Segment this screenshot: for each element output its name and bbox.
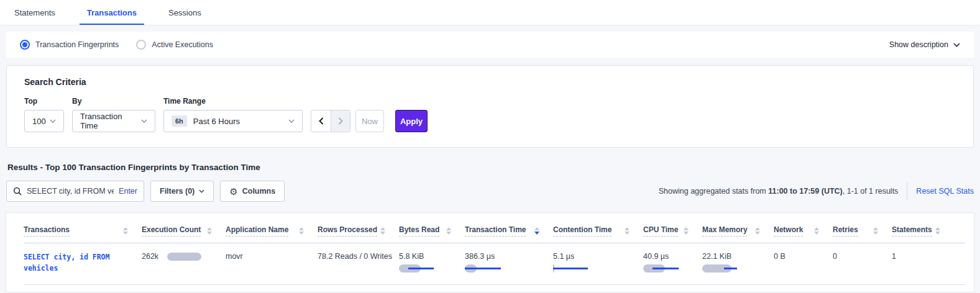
cell-execution-count: 262k	[142, 252, 226, 261]
column-header-rows-processed[interactable]: Rows Processed	[318, 225, 399, 237]
page-tabbar: Statements Transactions Sessions	[0, 0, 980, 25]
column-header-contention-time[interactable]: Contention Time	[553, 225, 643, 237]
show-description-toggle[interactable]: Show description	[889, 40, 960, 49]
chevron-down-icon	[199, 189, 204, 193]
column-header-statements[interactable]: Statements	[892, 225, 954, 237]
gear-icon: ⚙	[229, 187, 237, 196]
vertical-divider	[907, 183, 907, 200]
chevron-down-icon	[141, 119, 147, 123]
table-header-row: Transactions Execution Count Application…	[24, 213, 965, 243]
sort-icon[interactable]	[873, 225, 878, 235]
by-select[interactable]: Transaction Time	[72, 110, 155, 132]
chevron-down-icon	[288, 119, 295, 123]
by-field: By Transaction Time	[72, 97, 155, 132]
reset-sql-stats-link[interactable]: Reset SQL Stats	[916, 187, 974, 196]
search-criteria-panel: Search Criteria Top 100 By Transaction T…	[6, 65, 974, 148]
top-select[interactable]: 100	[24, 110, 64, 132]
cell-bytes-read: 5.8 KiB	[399, 252, 465, 273]
filters-button[interactable]: Filters (0)	[150, 181, 214, 202]
now-button[interactable]: Now	[355, 110, 384, 132]
time-range-prev-button[interactable]	[311, 110, 331, 132]
time-range-select[interactable]: 6h Past 6 Hours	[163, 110, 303, 132]
search-input[interactable]: SELECT city, id FROM vehicles W Enter	[6, 181, 144, 202]
radio-unselected-icon	[136, 40, 146, 50]
transaction-time-bar	[465, 264, 503, 273]
sort-icon[interactable]	[814, 225, 819, 235]
view-toggle-panel: Transaction Fingerprints Active Executio…	[6, 32, 974, 58]
time-range-field: Time Range 6h Past 6 Hours	[163, 97, 303, 132]
results-controls-row: SELECT city, id FROM vehicles W Enter Fi…	[6, 181, 974, 202]
column-header-application-name[interactable]: Application Name	[226, 225, 318, 237]
time-range-nav-group	[311, 110, 350, 132]
column-header-transaction-time[interactable]: Transaction Time	[465, 225, 553, 237]
column-header-cpu-time[interactable]: CPU Time	[643, 225, 702, 237]
radio-active-executions-label: Active Executions	[152, 40, 213, 49]
columns-button[interactable]: ⚙ Columns	[220, 181, 285, 202]
radio-transaction-fingerprints[interactable]: Transaction Fingerprints	[20, 40, 119, 50]
sort-icon-active-desc[interactable]	[534, 225, 539, 235]
column-header-max-memory[interactable]: Max Memory	[702, 225, 774, 237]
apply-button[interactable]: Apply	[395, 110, 428, 132]
aggregated-stats-text: Showing aggregated stats from 11:00 to 1…	[659, 187, 899, 196]
radio-selected-icon	[20, 40, 30, 50]
sort-icon[interactable]	[684, 225, 689, 235]
cpu-time-bar	[643, 264, 682, 273]
execution-count-bar	[167, 253, 201, 261]
search-criteria-form: Top 100 By Transaction Time Time Range 6	[24, 97, 956, 132]
column-header-execution-count[interactable]: Execution Count	[142, 225, 226, 237]
transactions-table: Transactions Execution Count Application…	[6, 213, 974, 292]
cell-network: 0 B	[774, 252, 833, 261]
cell-retries: 0	[833, 252, 892, 261]
cell-rows-processed: 78.2 Reads / 0 Writes	[318, 252, 399, 261]
sort-icon[interactable]	[625, 225, 630, 235]
view-radio-group: Transaction Fingerprints Active Executio…	[20, 40, 213, 50]
radio-fingerprints-label: Transaction Fingerprints	[35, 40, 119, 49]
time-range-badge: 6h	[172, 115, 187, 127]
sort-icon[interactable]	[380, 225, 385, 235]
radio-active-executions[interactable]: Active Executions	[136, 40, 213, 50]
filters-button-label: Filters (0)	[160, 187, 195, 196]
cell-statements: 1	[892, 252, 954, 261]
top-field: Top 100	[24, 97, 64, 132]
column-header-retries[interactable]: Retries	[833, 225, 892, 237]
sort-icon[interactable]	[207, 225, 212, 235]
top-select-value: 100	[32, 117, 46, 126]
search-icon	[13, 187, 22, 196]
time-range-field-label: Time Range	[163, 97, 303, 106]
search-enter-button[interactable]: Enter	[119, 187, 137, 196]
cell-contention-time: 5.1 µs	[553, 252, 643, 273]
by-field-label: By	[72, 97, 155, 106]
sort-icon[interactable]	[935, 225, 940, 235]
bytes-read-bar	[399, 264, 437, 273]
top-field-label: Top	[24, 97, 64, 106]
column-header-transactions[interactable]: Transactions	[24, 225, 142, 237]
chevron-right-icon	[338, 117, 343, 125]
cell-cpu-time: 40.9 µs	[643, 252, 702, 273]
cell-transaction-time: 386.3 µs	[465, 252, 553, 273]
time-range-value: Past 6 Hours	[193, 117, 240, 126]
column-header-network[interactable]: Network	[774, 225, 833, 237]
cell-max-memory: 22.1 KiB	[702, 252, 774, 273]
time-range-next-button[interactable]	[331, 110, 350, 132]
results-left-controls: SELECT city, id FROM vehicles W Enter Fi…	[6, 181, 285, 202]
sort-icon[interactable]	[299, 225, 304, 235]
search-criteria-title: Search Criteria	[24, 77, 956, 87]
chevron-down-icon	[953, 43, 960, 47]
table-row: SELECT city, id FROM vehicles 262k movr …	[24, 243, 965, 285]
contention-time-bar	[553, 264, 592, 273]
tab-sessions[interactable]: Sessions	[161, 0, 209, 25]
cell-transaction: SELECT city, id FROM vehicles	[24, 252, 142, 274]
show-description-label: Show description	[889, 40, 948, 49]
sort-icon[interactable]	[755, 225, 760, 235]
results-right-controls: Showing aggregated stats from 11:00 to 1…	[659, 183, 974, 200]
tab-statements[interactable]: Statements	[7, 0, 63, 25]
column-header-bytes-read[interactable]: Bytes Read	[399, 225, 465, 237]
chevron-down-icon	[50, 119, 56, 123]
sort-icon[interactable]	[446, 225, 451, 235]
sort-icon[interactable]	[123, 225, 128, 235]
tab-transactions[interactable]: Transactions	[80, 0, 144, 25]
transaction-fingerprint-link[interactable]: SELECT city, id FROM vehicles	[24, 252, 123, 274]
cell-application-name: movr	[226, 252, 318, 261]
results-title: Results - Top 100 Transaction Fingerprin…	[7, 163, 973, 172]
by-select-value: Transaction Time	[80, 112, 141, 130]
